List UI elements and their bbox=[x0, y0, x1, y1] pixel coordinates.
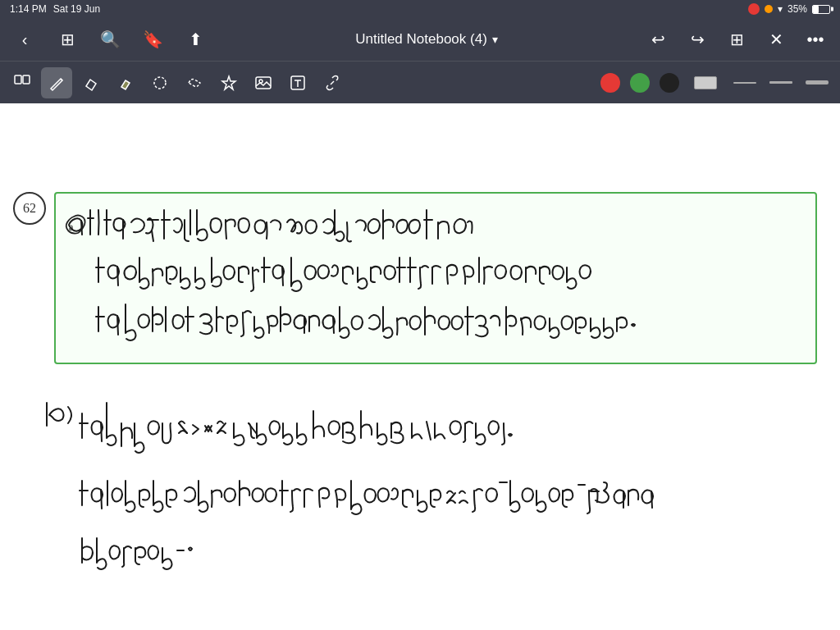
line-medium-button[interactable] bbox=[765, 78, 797, 87]
page-content: 62 a bbox=[0, 103, 840, 630]
star-tool-button[interactable] bbox=[213, 67, 244, 98]
color-black-button[interactable] bbox=[660, 73, 679, 93]
title-bar-left: ‹ ⊞ 🔍 🔖 ⬆ bbox=[10, 25, 210, 54]
lasso-tool-button[interactable] bbox=[144, 67, 176, 98]
line-thick-button[interactable] bbox=[801, 77, 833, 88]
more-button[interactable]: ••• bbox=[801, 25, 830, 54]
bookmark-button[interactable]: 🔖 bbox=[138, 25, 167, 54]
back-button[interactable]: ‹ bbox=[10, 25, 39, 54]
record-indicator bbox=[748, 3, 760, 15]
toolbar bbox=[0, 61, 840, 103]
orange-indicator bbox=[765, 5, 773, 13]
pen-tool-button[interactable] bbox=[41, 67, 72, 98]
date-display: Sat 19 Jun bbox=[53, 3, 100, 15]
close-button[interactable]: ✕ bbox=[761, 25, 791, 54]
line-thick-icon bbox=[806, 80, 829, 84]
pages-tool-button[interactable] bbox=[7, 67, 38, 98]
svg-rect-1 bbox=[23, 75, 30, 84]
title-bar: ‹ ⊞ 🔍 🔖 ⬆ Untitled Notebook (4) ▾ ↩ ↪ ⊞ … bbox=[0, 18, 840, 61]
status-right: ▾ 35% bbox=[748, 3, 830, 15]
undo-button[interactable]: ↩ bbox=[643, 25, 673, 54]
lasso2-tool-button[interactable] bbox=[179, 67, 210, 98]
canvas-area[interactable]: 62 a bbox=[0, 103, 840, 630]
handwriting-content: a bbox=[0, 103, 840, 630]
highlighter-tool-button[interactable] bbox=[110, 67, 141, 98]
svg-rect-3 bbox=[256, 77, 271, 89]
redo-button[interactable]: ↪ bbox=[682, 25, 712, 54]
color-red-button[interactable] bbox=[600, 73, 620, 93]
image-tool-button[interactable] bbox=[248, 67, 279, 98]
line-thin-button[interactable] bbox=[728, 79, 761, 87]
line-thin-icon bbox=[733, 82, 756, 84]
color-green-button[interactable] bbox=[630, 73, 650, 93]
line-medium-icon bbox=[769, 81, 792, 84]
share-button[interactable]: ⬆ bbox=[180, 25, 210, 54]
title-chevron-icon[interactable]: ▾ bbox=[492, 33, 498, 46]
color-box bbox=[694, 76, 717, 89]
battery-percent: 35% bbox=[788, 3, 807, 15]
add-page-button[interactable]: ⊞ bbox=[722, 25, 751, 54]
notebook-title: Untitled Notebook (4) bbox=[355, 31, 487, 48]
status-left: 1:14 PM Sat 19 Jun bbox=[10, 3, 100, 15]
svg-rect-0 bbox=[15, 75, 21, 84]
search-button[interactable]: 🔍 bbox=[95, 25, 125, 54]
text-tool-button[interactable] bbox=[282, 67, 313, 98]
line-weight-box[interactable] bbox=[689, 73, 722, 93]
title-bar-right: ↩ ↪ ⊞ ✕ ••• bbox=[643, 25, 830, 54]
title-bar-center: Untitled Notebook (4) ▾ bbox=[217, 31, 637, 48]
svg-point-2 bbox=[154, 77, 166, 89]
eraser-tool-button[interactable] bbox=[75, 67, 107, 98]
status-bar: 1:14 PM Sat 19 Jun ▾ 35% bbox=[0, 0, 840, 18]
time-display: 1:14 PM bbox=[10, 3, 47, 15]
battery-icon bbox=[812, 5, 830, 14]
link-tool-button[interactable] bbox=[317, 67, 348, 98]
grid-button[interactable]: ⊞ bbox=[52, 25, 82, 54]
wifi-icon: ▾ bbox=[778, 3, 783, 15]
